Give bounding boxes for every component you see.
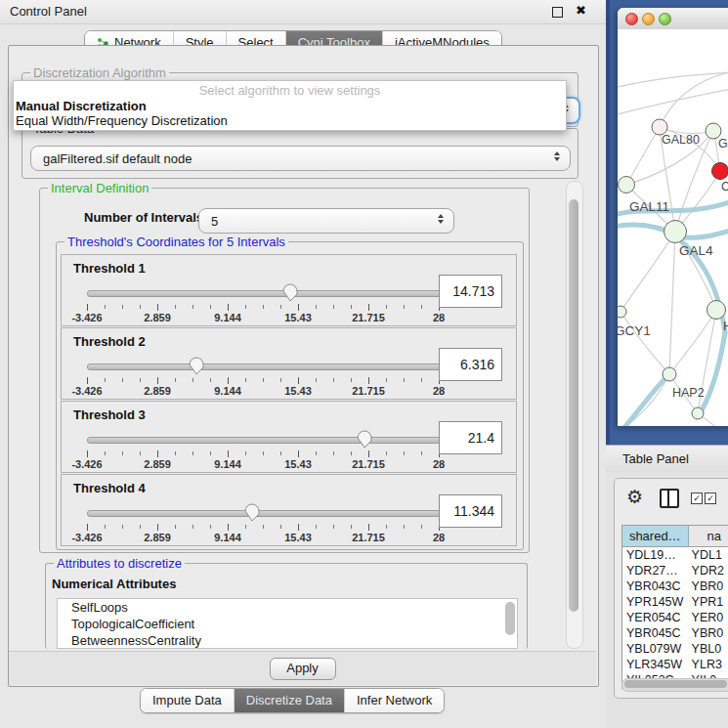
- tick-mark: [368, 450, 369, 457]
- tick-mark: [298, 524, 299, 531]
- slider-track[interactable]: [87, 437, 441, 444]
- table-row[interactable]: YBR043CYBR0: [622, 578, 728, 594]
- list-scrollbar-thumb[interactable]: [505, 602, 515, 635]
- table-row[interactable]: YDL19…YDL1: [622, 547, 728, 563]
- column-header-name[interactable]: na: [689, 526, 728, 546]
- cell-name[interactable]: YBR0: [688, 625, 728, 641]
- threshold-1-value-field[interactable]: 14.713: [439, 275, 502, 308]
- slider-track[interactable]: [87, 290, 441, 297]
- slider-track[interactable]: [87, 510, 441, 517]
- node-hap2[interactable]: [663, 367, 676, 381]
- checkbox-icon-2[interactable]: ✓: [705, 492, 716, 504]
- cell-shared-name[interactable]: YDR27…: [622, 563, 688, 578]
- scale-label: 9.144: [214, 312, 241, 323]
- attribute-list-item[interactable]: SelfLoops: [58, 599, 517, 616]
- tick-mark: [351, 378, 352, 382]
- number-of-intervals-spinner[interactable]: 5: [198, 208, 454, 234]
- table-row[interactable]: YBR045CYBR0: [622, 625, 728, 641]
- cell-shared-name[interactable]: YDL19…: [622, 547, 688, 563]
- threshold-1-slider[interactable]: [87, 282, 439, 304]
- node-gal11[interactable]: [619, 177, 635, 193]
- cell-name[interactable]: YBR0: [688, 578, 728, 594]
- slider-thumb[interactable]: [189, 357, 204, 375]
- cell-name[interactable]: YBL0: [688, 641, 728, 657]
- tick-mark: [368, 377, 369, 384]
- table-data-combobox[interactable]: galFiltered.sif default node: [30, 146, 571, 171]
- float-window-icon[interactable]: [552, 7, 563, 18]
- node-gcy1[interactable]: [618, 306, 626, 318]
- threshold-2-value-field[interactable]: 6.316: [439, 348, 502, 381]
- slider-thumb[interactable]: [357, 430, 372, 449]
- scrollbar-thumb[interactable]: [569, 199, 578, 612]
- table-row[interactable]: YER054CYER0: [622, 610, 728, 625]
- columns-icon[interactable]: [660, 489, 679, 508]
- threshold-3-slider[interactable]: [87, 429, 439, 450]
- cell-name[interactable]: YLR3: [688, 657, 728, 672]
- network-nodes[interactable]: [618, 119, 728, 419]
- cell-shared-name[interactable]: YBL079W: [622, 641, 688, 657]
- label-partial-red: C: [721, 180, 728, 193]
- network-window-titlebar[interactable]: [618, 8, 728, 30]
- threshold-4-slider[interactable]: [87, 502, 439, 524]
- table-row[interactable]: YLR345WYLR3: [622, 657, 728, 672]
- gear-icon[interactable]: ⚙: [626, 486, 643, 507]
- tick-mark: [228, 524, 229, 531]
- label-partial-right: H: [723, 319, 728, 333]
- table-row[interactable]: YBL079WYBL0: [622, 641, 728, 657]
- tick-mark: [280, 305, 281, 309]
- node-red-selected[interactable]: [712, 163, 728, 180]
- threshold-2-slider[interactable]: [87, 356, 439, 377]
- close-icon[interactable]: ✖: [576, 3, 586, 18]
- attribute-list-item[interactable]: BetweennessCentrality: [58, 632, 517, 649]
- node-bottom[interactable]: [692, 407, 704, 419]
- cell-name[interactable]: YDL1: [688, 547, 728, 563]
- tick-mark: [404, 305, 405, 309]
- slider-track[interactable]: [87, 364, 441, 370]
- tick-mark: [245, 305, 246, 309]
- table-horizontal-scrollbar[interactable]: [621, 678, 728, 692]
- tab-discretize-data[interactable]: Discretize Data: [234, 689, 344, 712]
- cell-shared-name[interactable]: YPR145W: [622, 594, 688, 610]
- slider-thumb[interactable]: [282, 283, 298, 302]
- threshold-3-value-field[interactable]: 21.4: [439, 421, 502, 454]
- table-panel-title: Table Panel: [622, 451, 689, 466]
- panel-title: Control Panel: [10, 4, 87, 19]
- apply-bar: Apply: [9, 651, 596, 685]
- node-right-h[interactable]: [707, 301, 726, 320]
- apply-button[interactable]: Apply: [270, 658, 336, 680]
- attribute-list-item[interactable]: TopologicalCoefficient: [58, 616, 517, 632]
- cell-shared-name[interactable]: YBR045C: [622, 625, 688, 641]
- cell-name[interactable]: YPR1: [688, 594, 728, 610]
- zoom-traffic-light[interactable]: [659, 13, 671, 25]
- table-panel-container: ⚙ ✓ ✓ shared… na YDL19…YDL1YDR27…YDR2YBR…: [614, 478, 728, 699]
- table-row[interactable]: YPR145WYPR1: [622, 594, 728, 610]
- table-row[interactable]: YDR27…YDR2: [622, 563, 728, 578]
- minimize-traffic-light[interactable]: [642, 13, 655, 25]
- tick-mark: [87, 377, 88, 384]
- dropdown-option-equal-width[interactable]: Equal Width/Frequency Discretization: [14, 113, 566, 128]
- tick-mark: [421, 451, 422, 455]
- checkbox-icon-1[interactable]: ✓: [691, 492, 703, 504]
- cell-name[interactable]: YER0: [688, 610, 728, 625]
- cell-shared-name[interactable]: YLR345W: [622, 657, 688, 672]
- slider-thumb[interactable]: [244, 503, 260, 522]
- tick-mark: [280, 451, 281, 455]
- dropdown-option-manual[interactable]: Manual Discretization: [14, 99, 566, 113]
- tab-impute-data[interactable]: Impute Data: [141, 689, 234, 712]
- network-canvas[interactable]: GAL80 GA C GAL11 GAL4 GCY1 H HAP2: [618, 29, 728, 426]
- tick-mark: [316, 451, 317, 455]
- cell-shared-name[interactable]: YER054C: [622, 610, 688, 625]
- tick-mark: [386, 378, 387, 382]
- cell-name[interactable]: YDR2: [688, 563, 728, 578]
- scale-label: 28: [433, 458, 445, 470]
- settings-vertical-scrollbar[interactable]: [566, 181, 583, 649]
- threshold-4-value-field[interactable]: 11.344: [439, 494, 502, 528]
- scrollbar-thumb[interactable]: [624, 680, 727, 688]
- cell-shared-name[interactable]: YBR043C: [622, 578, 688, 594]
- numerical-attributes-list[interactable]: SelfLoopsTopologicalCoefficientBetweenne…: [57, 598, 518, 649]
- close-traffic-light[interactable]: [625, 13, 638, 25]
- node-gal4[interactable]: [664, 221, 687, 243]
- tab-infer-network[interactable]: Infer Network: [344, 689, 444, 712]
- tick-mark: [175, 525, 176, 529]
- column-header-shared-name[interactable]: shared…: [622, 526, 689, 546]
